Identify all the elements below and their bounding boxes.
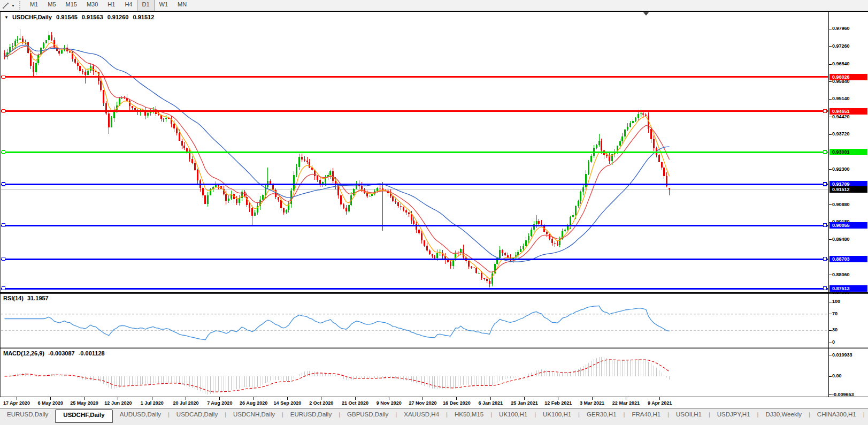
rsi-value: 31.1957 <box>27 295 49 301</box>
symbol-tab-bar: EURUSD,DailyUSDCHF,DailyAUDUSD,Daily|USD… <box>0 408 868 425</box>
date-axis-label: 16 Dec 2020 <box>443 400 471 406</box>
date-axis-label: 7 Aug 2020 <box>207 400 232 406</box>
date-axis-label: 22 Mar 2021 <box>612 400 640 406</box>
symbol-tab-usoil-h1[interactable]: USOil,H1 <box>669 409 709 421</box>
toolbar: ▼ M1M5M15M30H1H4D1W1MN <box>0 0 868 11</box>
horizontal-lines[interactable] <box>1 75 828 290</box>
chart-title: ▼ USDCHF,Daily 0.91545 0.91563 0.91260 0… <box>4 14 154 20</box>
date-axis-label: 9 Nov 2020 <box>377 400 402 406</box>
price-axis-tick: 0.94420 <box>832 114 850 119</box>
symbol-tab-hk50-m15[interactable]: HK50,M15 <box>448 409 490 421</box>
date-axis-label: 26 Aug 2020 <box>240 400 267 406</box>
rsi-axis-tick: 0 <box>832 339 835 345</box>
date-axis-label: 20 Jul 2020 <box>173 400 198 406</box>
symbol-tab-dj30-weekly[interactable]: DJ30,Weekly <box>758 409 809 421</box>
symbol-tab-usdjpy-h1[interactable]: USDJPY,H1 <box>710 409 757 421</box>
macd-axis-tick: -0.009653 <box>832 392 854 397</box>
date-axis-label: 25 Jan 2021 <box>511 400 538 406</box>
price-line-badge: 0.90055 <box>829 222 867 229</box>
timeframe-button-h1[interactable]: H1 <box>103 0 120 11</box>
price-axis-tick: 0.90880 <box>832 202 850 207</box>
timeframe-button-w1[interactable]: W1 <box>155 0 173 11</box>
macd-main-value: -0.003087 <box>48 350 75 356</box>
symbol-tab-uk100-h1[interactable]: UK100,H1 <box>492 409 534 421</box>
toolbar-drag-handle <box>19 1 23 10</box>
title-high: 0.91563 <box>82 14 103 20</box>
rsi-axis-tick: 100 <box>832 299 840 304</box>
price-axis-tick: 0.95140 <box>832 96 850 101</box>
rsi-name: RSI(14) <box>3 295 24 301</box>
timeframe-button-m1[interactable]: M1 <box>25 0 43 11</box>
price-axis-tick: 0.97960 <box>832 26 850 31</box>
rsi-panel <box>1 306 828 339</box>
symbol-tab-eurusd-daily[interactable]: EURUSD,Daily <box>283 409 339 421</box>
price-line-badge: 0.93001 <box>829 149 867 155</box>
price-axis-tick: 0.93720 <box>832 131 850 136</box>
date-axis-label: 6 Jan 2021 <box>478 400 503 406</box>
title-caret-icon: ▼ <box>4 15 9 20</box>
timeframe-button-h4[interactable]: H4 <box>120 0 137 11</box>
title-open: 0.91545 <box>56 14 78 20</box>
symbol-tab-audusd-daily[interactable]: AUDUSD,Daily <box>113 409 168 421</box>
price-axis-tick: 0.88060 <box>832 272 850 277</box>
rsi-indicator-label: RSI(14) 31.1957 <box>3 295 49 301</box>
title-symbol: USDCHF,Daily <box>12 14 52 20</box>
timeframe-button-mn[interactable]: MN <box>173 0 191 11</box>
date-axis-label: 9 Apr 2021 <box>648 400 672 406</box>
price-axis-tick: 0.96540 <box>832 61 850 66</box>
symbol-tab-u[interactable]: U <box>865 409 868 421</box>
price-line-badge: 0.87513 <box>829 285 867 292</box>
macd-axis-tick: 0.00 <box>832 373 842 378</box>
date-axis-label: 27 Nov 2020 <box>409 400 437 406</box>
symbol-tab-eurusd-daily[interactable]: EURUSD,Daily <box>0 409 55 421</box>
date-axis-label: 12 Feb 2021 <box>544 400 572 406</box>
timeframe-button-m30[interactable]: M30 <box>82 0 103 11</box>
macd-histogram <box>5 357 670 394</box>
rsi-axis-tick: 30 <box>832 327 838 332</box>
price-line-badge: 0.94651 <box>829 108 867 115</box>
date-axis-label: 14 Sep 2020 <box>274 400 302 406</box>
macd-signal-value: -0.001128 <box>79 350 105 356</box>
rsi-axis-tick: 70 <box>832 311 838 316</box>
timeframe-button-group: M1M5M15M30H1H4D1W1MN <box>25 0 191 11</box>
symbol-tab-usdcnh-daily[interactable]: USDCNH,Daily <box>226 409 282 421</box>
candles <box>4 29 670 287</box>
date-axis-label: 21 Oct 2020 <box>342 400 368 406</box>
macd-name: MACD(12,26,9) <box>3 350 44 356</box>
date-axis-label: 1 Jul 2020 <box>141 400 164 406</box>
symbol-tab-gbpusd-daily[interactable]: GBPUSD,Daily <box>340 409 395 421</box>
price-line-badge: 0.96026 <box>829 74 867 80</box>
symbol-tab-ger30-h1[interactable]: GER30,H1 <box>580 409 624 421</box>
timeframe-button-m5[interactable]: M5 <box>43 0 60 11</box>
ma-line-1 <box>5 47 670 272</box>
title-low: 0.91260 <box>107 14 129 20</box>
date-axis-label: 3 Mar 2021 <box>580 400 604 406</box>
date-axis-label: 17 Apr 2020 <box>3 400 30 406</box>
symbol-tab-usdcad-daily[interactable]: USDCAD,Daily <box>170 409 225 421</box>
cursor-line-tool-icon <box>2 2 10 10</box>
timeframe-button-m15[interactable]: M15 <box>61 0 82 11</box>
title-close: 0.91512 <box>133 14 155 20</box>
macd-axis-tick: 0.010933 <box>832 352 852 358</box>
symbol-tab-fra40-h1[interactable]: FRA40,H1 <box>625 409 667 421</box>
panel-borders <box>0 12 868 397</box>
symbol-tab-uk100-h1[interactable]: UK100,H1 <box>536 409 578 421</box>
date-axis-label: 6 May 2020 <box>38 400 64 406</box>
timeframe-button-d1[interactable]: D1 <box>137 0 154 11</box>
macd-signal-line <box>5 360 670 392</box>
price-axis-tick: 0.92300 <box>832 166 850 172</box>
cursor-line-tool-button[interactable]: ▼ <box>0 0 17 11</box>
price-line-badge: 0.88703 <box>829 256 867 262</box>
tool-dropdown-caret[interactable]: ▼ <box>11 4 15 7</box>
date-axis-label: 25 May 2020 <box>70 400 98 406</box>
axis-ticks <box>829 29 832 395</box>
symbol-tab-china300-h1[interactable]: CHINA300,H1 <box>810 409 863 421</box>
chart-shift-marker <box>643 12 649 16</box>
symbol-tab-usdchf-daily[interactable]: USDCHF,Daily <box>55 409 112 423</box>
chart-canvas[interactable] <box>0 0 868 425</box>
date-ticks <box>17 397 660 400</box>
symbol-tab-xauusd-h4[interactable]: XAUUSD,H4 <box>397 409 446 421</box>
price-axis-tick: 0.89480 <box>832 237 850 242</box>
current-price-badge: 0.91512 <box>829 186 867 193</box>
date-axis-label: 2 Oct 2020 <box>309 400 333 406</box>
